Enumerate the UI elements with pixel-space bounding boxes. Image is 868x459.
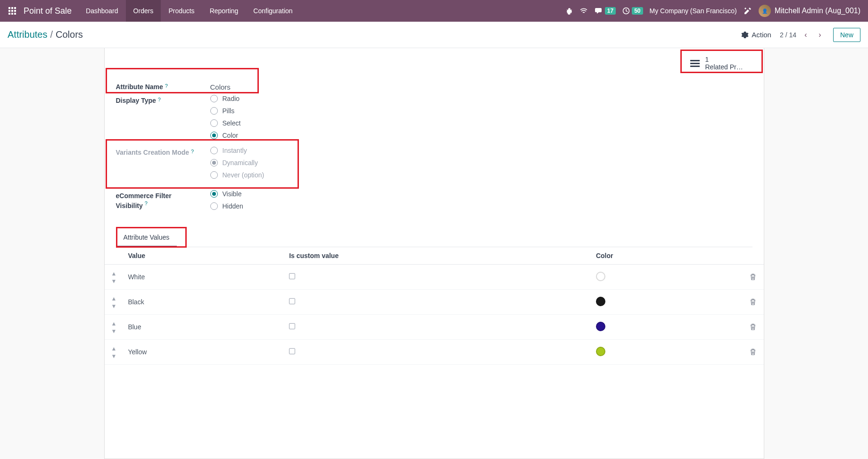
breadcrumb-parent[interactable]: Attributes — [8, 29, 47, 40]
label-display-type: Display Type? — [116, 95, 210, 104]
apps-launcher-icon[interactable] — [4, 2, 21, 19]
new-button[interactable]: New — [833, 28, 860, 42]
row-variants-mode: Variants Creation Mode? Instantly Dynami… — [116, 147, 752, 179]
table-row[interactable]: ▲▼ White — [105, 265, 764, 290]
drag-handle-icon[interactable]: ▲▼ — [111, 345, 117, 359]
trash-icon[interactable] — [750, 298, 756, 306]
cell-color[interactable] — [588, 340, 742, 365]
trash-icon[interactable] — [750, 348, 756, 356]
breadcrumb-separator: / — [50, 29, 53, 40]
row-attribute-name: Attribute Name? Colors — [116, 81, 752, 91]
radio-display-pills[interactable]: Pills — [210, 107, 241, 115]
cell-value[interactable]: Blue — [120, 315, 281, 340]
checkbox[interactable] — [289, 323, 295, 329]
col-value[interactable]: Value — [120, 247, 281, 265]
cell-is-custom[interactable] — [281, 340, 588, 365]
activity-icon[interactable]: 50 — [622, 7, 643, 15]
action-button[interactable]: Action — [741, 31, 771, 39]
gear-icon — [741, 31, 749, 39]
cell-is-custom[interactable] — [281, 290, 588, 315]
radio-variants-dynamically[interactable]: Dynamically — [210, 159, 265, 167]
table-row[interactable]: ▲▼ Blue — [105, 315, 764, 340]
nav-reporting[interactable]: Reporting — [202, 0, 246, 22]
wifi-icon[interactable] — [579, 7, 588, 15]
checkbox[interactable] — [289, 273, 295, 279]
trash-icon[interactable] — [750, 323, 756, 331]
help-icon[interactable]: ? — [145, 200, 148, 206]
cell-value[interactable]: Black — [120, 290, 281, 315]
cell-is-custom[interactable] — [281, 265, 588, 290]
label-variants-mode: Variants Creation Mode? — [116, 147, 210, 156]
tools-icon[interactable] — [744, 7, 752, 15]
col-color[interactable]: Color — [588, 247, 742, 265]
pager-prev-icon[interactable]: ‹ — [801, 31, 810, 39]
stat-count: 1 — [705, 56, 743, 63]
company-selector[interactable]: My Company (San Francisco) — [650, 7, 737, 15]
stat-label: Related Pr… — [705, 63, 743, 71]
bug-icon[interactable] — [565, 7, 573, 15]
cell-value[interactable]: Yellow — [120, 340, 281, 365]
attribute-values-table: Value Is custom value Color ▲▼ White ▲▼ … — [105, 247, 764, 365]
breadcrumb: Attributes / Colors — [8, 29, 83, 40]
color-swatch[interactable] — [596, 297, 605, 306]
table-row[interactable]: ▲▼ Black — [105, 290, 764, 315]
control-right: Action 2 / 14 ‹ › New — [741, 28, 860, 42]
col-is-custom[interactable]: Is custom value — [281, 247, 588, 265]
nav-configuration[interactable]: Configuration — [246, 0, 300, 22]
label-attribute-name: Attribute Name? — [116, 81, 210, 91]
topnav: Point of Sale Dashboard Orders Products … — [0, 0, 868, 22]
main-nav: Dashboard Orders Products Reporting Conf… — [78, 0, 300, 22]
color-swatch[interactable] — [596, 322, 605, 331]
radio-display-color[interactable]: Color — [210, 132, 241, 139]
radio-variants-instantly[interactable]: Instantly — [210, 147, 265, 154]
radio-display-select[interactable]: Select — [210, 119, 241, 127]
cell-value[interactable]: White — [120, 265, 281, 290]
radio-group-ecom: Visible Hidden — [210, 190, 243, 210]
drag-handle-icon[interactable]: ▲▼ — [111, 320, 117, 334]
table-row[interactable]: ▲▼ Yellow — [105, 340, 764, 365]
help-icon[interactable]: ? — [158, 97, 161, 102]
list-icon — [690, 60, 700, 67]
cell-color[interactable] — [588, 290, 742, 315]
row-display-type: Display Type? Radio Pills Select Color — [116, 95, 752, 139]
brand-title[interactable]: Point of Sale — [21, 6, 78, 16]
cell-color[interactable] — [588, 315, 742, 340]
stat-related-products[interactable]: 1 Related Pr… — [684, 52, 764, 75]
messages-icon[interactable]: 17 — [595, 7, 616, 15]
radio-display-radio[interactable]: Radio — [210, 95, 241, 102]
cell-is-custom[interactable] — [281, 315, 588, 340]
pager: 2 / 14 ‹ › — [780, 31, 825, 39]
checkbox[interactable] — [289, 348, 295, 354]
color-swatch[interactable] — [596, 347, 605, 356]
help-icon[interactable]: ? — [165, 83, 168, 89]
radio-group-variants: Instantly Dynamically Never (option) — [210, 147, 265, 179]
drag-handle-icon[interactable]: ▲▼ — [111, 270, 117, 284]
trash-icon[interactable] — [750, 273, 756, 281]
label-ecommerce-visibility: eCommerce Filter Visibility ? — [116, 190, 210, 209]
user-name: Mitchell Admin (Aug_001) — [775, 7, 860, 15]
nav-dashboard[interactable]: Dashboard — [78, 0, 126, 22]
cell-color[interactable] — [588, 265, 742, 290]
nav-products[interactable]: Products — [161, 0, 202, 22]
activity-badge: 50 — [632, 7, 643, 15]
radio-variants-never[interactable]: Never (option) — [210, 171, 265, 179]
value-attribute-name[interactable]: Colors — [210, 81, 231, 91]
pager-text[interactable]: 2 / 14 — [780, 31, 796, 39]
radio-group-display-type: Radio Pills Select Color — [210, 95, 241, 139]
color-swatch[interactable] — [596, 272, 605, 281]
form-sheet: 1 Related Pr… Attribute Name? Colors Dis… — [104, 48, 764, 459]
radio-ecom-visible[interactable]: Visible — [210, 190, 243, 198]
control-bar: Attributes / Colors Action 2 / 14 ‹ › Ne… — [0, 22, 868, 48]
avatar: 👤 — [759, 5, 771, 17]
pager-next-icon[interactable]: › — [815, 31, 825, 39]
radio-ecom-hidden[interactable]: Hidden — [210, 202, 243, 210]
user-menu[interactable]: 👤 Mitchell Admin (Aug_001) — [759, 5, 864, 17]
messages-badge: 17 — [605, 7, 616, 15]
nav-orders[interactable]: Orders — [126, 0, 161, 22]
drag-handle-icon[interactable]: ▲▼ — [111, 295, 117, 309]
tab-attribute-values[interactable]: Attribute Values — [116, 229, 177, 247]
topnav-right: 17 50 My Company (San Francisco) 👤 Mitch… — [565, 0, 864, 22]
help-icon[interactable]: ? — [191, 149, 194, 154]
table-header-row: Value Is custom value Color — [105, 247, 764, 265]
checkbox[interactable] — [289, 298, 295, 304]
